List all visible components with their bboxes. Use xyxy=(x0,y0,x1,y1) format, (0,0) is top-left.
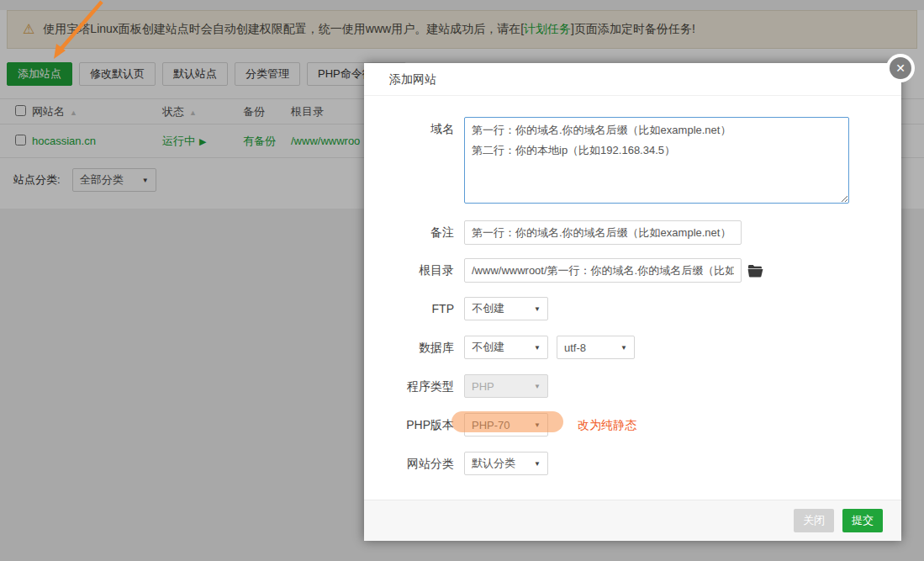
domain-row: 域名 第一行：你的域名.你的域名后缀（比如example.net） 第二行：你的… xyxy=(364,117,901,204)
ftp-row: FTP 不创建▼ xyxy=(364,297,901,321)
root-dir-row: 根目录 xyxy=(364,258,901,283)
folder-browse-icon[interactable] xyxy=(747,264,763,278)
modal-close-button[interactable]: ✕ xyxy=(886,54,915,82)
modal-title: 添加网站 xyxy=(364,63,901,96)
app-type-select: PHP▼ xyxy=(464,374,548,398)
php-version-label: PHP版本 xyxy=(364,413,454,437)
submit-button[interactable]: 提交 xyxy=(842,509,883,532)
php-version-select[interactable]: PHP-70▼ xyxy=(464,413,548,437)
caret-down-icon: ▼ xyxy=(534,460,541,468)
domain-textarea[interactable]: 第一行：你的域名.你的域名后缀（比如example.net） 第二行：你的本地i… xyxy=(464,117,849,204)
remark-input[interactable] xyxy=(464,220,742,245)
database-row: 数据库 不创建▼ utf-8▼ xyxy=(364,336,901,360)
remark-row: 备注 xyxy=(364,220,901,245)
app-type-row: 程序类型 PHP▼ xyxy=(364,374,901,399)
caret-down-icon: ▼ xyxy=(620,344,627,352)
add-site-modal: ✕ 添加网站 域名 第一行：你的域名.你的域名后缀（比如example.net）… xyxy=(364,63,901,541)
site-category-row: 网站分类 默认分类▼ xyxy=(364,452,901,476)
remark-label: 备注 xyxy=(364,220,454,245)
caret-down-icon: ▼ xyxy=(534,305,541,313)
add-site-form: 域名 第一行：你的域名.你的域名后缀（比如example.net） 第二行：你的… xyxy=(364,96,901,476)
modal-footer: 关闭 提交 xyxy=(364,500,901,541)
domain-label: 域名 xyxy=(364,117,454,141)
php-version-row: PHP版本 PHP-70▼ 改为纯静态 xyxy=(364,413,901,437)
app-type-label: 程序类型 xyxy=(364,374,454,399)
database-label: 数据库 xyxy=(364,336,454,360)
ftp-label: FTP xyxy=(364,297,454,321)
annotation-text: 改为纯静态 xyxy=(578,413,636,437)
close-icon: ✕ xyxy=(895,61,906,75)
caret-down-icon: ▼ xyxy=(534,421,541,429)
ftp-select[interactable]: 不创建▼ xyxy=(464,297,548,320)
root-dir-input[interactable] xyxy=(464,258,742,283)
site-category-select[interactable]: 默认分类▼ xyxy=(464,452,548,475)
database-select[interactable]: 不创建▼ xyxy=(464,336,548,359)
root-dir-label: 根目录 xyxy=(364,258,454,283)
site-category-label: 网站分类 xyxy=(364,452,454,476)
caret-down-icon: ▼ xyxy=(534,383,541,390)
caret-down-icon: ▼ xyxy=(534,344,541,352)
charset-select[interactable]: utf-8▼ xyxy=(557,336,635,359)
close-button[interactable]: 关闭 xyxy=(794,509,834,532)
